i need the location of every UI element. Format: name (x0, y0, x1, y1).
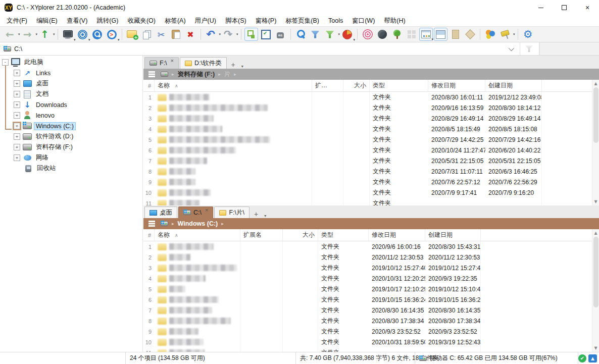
tab-bottom-2[interactable]: F:\片\ (214, 206, 249, 218)
column-header-0[interactable]: # (143, 229, 155, 241)
new-folder-button[interactable] (125, 28, 139, 41)
dropdown-caret-icon[interactable]: ▾ (236, 32, 238, 36)
tab-list-caret-icon[interactable]: ▾ (239, 64, 246, 69)
tab-close-icon[interactable]: × (171, 58, 174, 64)
single-pane-button[interactable] (448, 28, 462, 41)
back-button[interactable] (3, 28, 17, 41)
vertical-scrollbar[interactable]: ▲▼ (592, 229, 599, 352)
mini-tree-button[interactable] (244, 28, 258, 41)
dropdown-caret-icon[interactable]: ▾ (18, 32, 20, 36)
address-dropdown-icon[interactable] (509, 45, 514, 50)
redo-button[interactable] (221, 28, 235, 41)
color-filter-button[interactable] (483, 28, 497, 41)
visual-filter-button[interactable] (323, 28, 337, 41)
delete-button[interactable] (184, 28, 197, 41)
undo-button[interactable] (204, 28, 218, 41)
tree-item-0[interactable]: -此电脑 (0, 57, 142, 68)
dual-pane-button[interactable] (434, 28, 447, 41)
tab-top-1[interactable]: D:\软件类 (180, 57, 226, 69)
details-view-button[interactable]: ▾ (419, 28, 433, 41)
tree-item-6[interactable]: +Windows (C:) (0, 121, 142, 131)
menu-item-3[interactable]: 跳转(G) (92, 16, 123, 26)
column-header-1[interactable]: 名称∧ (155, 229, 240, 241)
scroll-up-icon[interactable]: ▲ (594, 80, 597, 87)
file-row[interactable]: 1文件夹2020/8/30 16:01:112019/12/12 23:49:0… (143, 92, 599, 102)
up-button[interactable] (38, 28, 52, 41)
menu-item-12[interactable]: 帮助(H) (379, 16, 410, 26)
new-tab-button[interactable]: + (251, 210, 262, 218)
menu-item-0[interactable]: 文件(F) (2, 16, 32, 26)
tree-item-3[interactable]: +文档 (0, 89, 142, 99)
file-row[interactable]: 7文件夹2020/5/31 22:15:052020/5/31 22:15:05 (143, 155, 599, 166)
file-row[interactable]: 11文件夹 (143, 347, 599, 352)
file-row[interactable]: 5文件夹2019/10/17 12:10:292019/10/12 15:10:… (143, 284, 599, 294)
column-header-5[interactable]: 修改日期 (369, 229, 425, 241)
maximize-button[interactable] (553, 0, 576, 15)
file-row[interactable]: 8文件夹2020/7/31 11:07:112020/6/3 16:46:25 (143, 166, 599, 177)
settings-button[interactable] (521, 28, 535, 41)
dark-mode-button[interactable] (375, 28, 389, 41)
menu-item-1[interactable]: 编辑(E) (32, 16, 62, 26)
menu-item-7[interactable]: 脚本(S) (221, 16, 251, 26)
breadcrumb-segment[interactable]: 资料存储 (F:) (178, 70, 215, 79)
menu-item-2[interactable]: 查看(V) (62, 16, 92, 26)
file-row[interactable]: 6文件夹2019/10/15 16:36:242019/10/15 16:36:… (143, 294, 599, 305)
tree-expand-toggle[interactable]: + (14, 70, 20, 76)
column-header-1[interactable]: 名称∧ (155, 80, 312, 91)
file-row[interactable]: 9文件夹2020/9/3 23:52:522020/9/3 23:52:52 (143, 326, 599, 337)
breadcrumb-segment[interactable]: 片 (224, 70, 231, 79)
tree-expand-toggle[interactable]: + (14, 112, 20, 119)
tree-item-9[interactable]: +网络 (0, 152, 142, 163)
tab-list-caret-icon[interactable]: ▾ (262, 214, 269, 218)
dropdown-caret-icon[interactable]: ▾ (219, 32, 221, 36)
scroll-down-icon[interactable]: ▼ (594, 344, 597, 352)
tree-expand-toggle[interactable]: + (14, 123, 20, 129)
forward-button[interactable] (21, 28, 34, 41)
go-button[interactable]: ▾ (105, 28, 119, 41)
tiles-button[interactable] (405, 28, 418, 41)
address-filter-icon[interactable] (525, 45, 533, 52)
copy-button[interactable] (140, 28, 154, 41)
rotate-pane-button[interactable] (463, 28, 477, 41)
paste-button[interactable] (169, 28, 183, 41)
tree-item-10[interactable]: 回收站 (0, 163, 142, 174)
catalog-button[interactable]: ▾ (76, 28, 89, 41)
file-row[interactable]: 2文件夹2020/9/16 16:13:592020/8/30 18:14:12 (143, 102, 599, 113)
vertical-scrollbar[interactable]: ▲▼ (592, 80, 599, 205)
file-row[interactable]: 10文件夹2020/10/31 18:59:502019/3/19 12:52:… (143, 337, 599, 347)
file-row[interactable]: 3文件夹2020/8/29 16:49:142020/8/29 16:49:14 (143, 113, 599, 124)
new-tab-button[interactable]: + (228, 61, 239, 69)
tree-expand-toggle[interactable]: + (14, 154, 20, 161)
spin-button[interactable] (361, 28, 374, 41)
cut-button[interactable] (155, 28, 168, 41)
file-row[interactable]: 6文件夹2020/10/24 11:27:472020/6/20 14:40:2… (143, 145, 599, 155)
column-header-3[interactable]: 大小 (283, 229, 318, 241)
file-row[interactable]: 11文件夹 (143, 198, 599, 205)
column-header-0[interactable]: # (143, 80, 155, 91)
tree-item-7[interactable]: +软件游戏 (D:) (0, 131, 142, 142)
column-header-4[interactable]: 类型 (370, 80, 428, 91)
menu-item-9[interactable]: 标签页集(B) (281, 16, 324, 26)
menu-item-11[interactable]: 窗口(W) (347, 16, 379, 26)
tree-item-4[interactable]: +Downloads (0, 99, 142, 110)
file-row[interactable]: 9文件夹2020/7/6 22:57:122020/7/6 22:56:29 (143, 177, 599, 187)
tab-close-icon[interactable]: × (205, 207, 208, 214)
minimize-button[interactable] (529, 0, 553, 15)
menu-item-6[interactable]: 用户(U) (190, 16, 221, 26)
tree-expand-toggle[interactable]: + (14, 144, 20, 150)
live-filter-box[interactable] (539, 42, 599, 55)
panel-toggle-button[interactable]: ▲ (588, 354, 597, 362)
size-info-button[interactable] (274, 28, 287, 41)
tree-expand-toggle[interactable]: + (14, 80, 20, 87)
scroll-thumb[interactable] (593, 237, 598, 307)
show-desktop-button[interactable]: ▾ (61, 28, 75, 41)
find-files-button[interactable] (294, 28, 308, 41)
address-input[interactable]: C:\ (14, 45, 22, 53)
file-row[interactable]: 3文件夹2019/10/12 15:27:402019/10/12 15:27:… (143, 263, 599, 273)
pane-menu-icon[interactable] (148, 71, 155, 73)
scroll-up-icon[interactable]: ▲ (594, 229, 597, 237)
dropdown-caret-icon[interactable]: ▾ (36, 32, 38, 36)
file-row[interactable]: 4文件夹2020/10/31 12:20:252020/9/3 19:22:35 (143, 273, 599, 284)
tree-expand-toggle[interactable]: + (14, 133, 20, 140)
address-bar[interactable]: C:\ (0, 42, 599, 56)
